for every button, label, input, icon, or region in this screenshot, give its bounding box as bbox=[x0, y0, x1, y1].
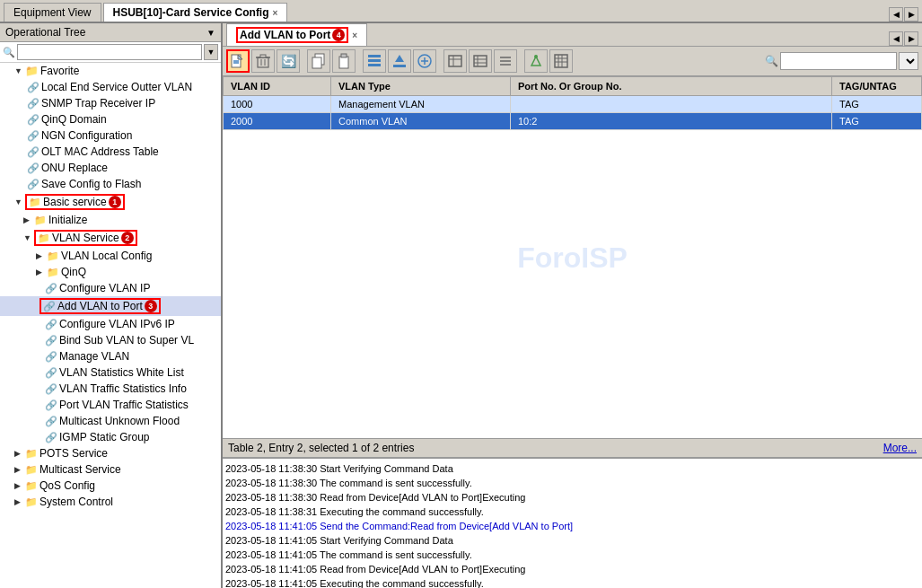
tree-item-vlan-traffic-stats[interactable]: 🔗 VLAN Traffic Statistics Info bbox=[0, 381, 221, 397]
tb-btn-4[interactable] bbox=[443, 49, 467, 73]
tree-item-label: Bind Sub VLAN to Super VL bbox=[59, 334, 194, 347]
log-line-5: 2023-05-18 11:41:05 Start Verifying Comm… bbox=[225, 533, 919, 548]
tree-item-port-vlan-traffic[interactable]: 🔗 Port VLAN Traffic Statistics bbox=[0, 397, 221, 413]
tree-item-label: POTS Service bbox=[40, 447, 108, 460]
svg-rect-4 bbox=[258, 57, 268, 67]
col-port-no: Port No. Or Group No. bbox=[511, 77, 832, 96]
status-bar: Table 2, Entry 2, selected 1 of 2 entrie… bbox=[223, 438, 922, 458]
tree-item-qos-config[interactable]: ▶ 📁 QoS Config bbox=[0, 478, 221, 494]
tree-item-label: Local End Service Outter VLAN bbox=[41, 81, 192, 93]
log-line-7: 2023-05-18 11:41:05 Read from Device[Add… bbox=[225, 562, 919, 576]
expand-icon[interactable]: ▼ bbox=[23, 233, 32, 242]
tab-nav-next[interactable]: ▶ bbox=[904, 7, 918, 22]
svg-rect-32 bbox=[555, 55, 567, 67]
tree-item-olt-mac[interactable]: 🔗 OLT MAC Address Table bbox=[0, 144, 221, 160]
tree-item-basic-service[interactable]: ▼ 📁 Basic service 1 bbox=[0, 192, 221, 212]
log-area: 2023-05-18 11:38:30 Start Verifying Comm… bbox=[223, 458, 922, 588]
refresh-button[interactable]: 🔄 bbox=[277, 49, 300, 73]
table-row[interactable]: 1000 Management VLAN TAG bbox=[224, 96, 922, 113]
export-button[interactable] bbox=[388, 49, 411, 73]
paste-button[interactable] bbox=[332, 49, 356, 73]
tab-nav-prev[interactable]: ◀ bbox=[889, 7, 903, 22]
tree-item-label: QinQ bbox=[61, 266, 86, 278]
new-button[interactable] bbox=[226, 49, 250, 73]
search-type-select[interactable] bbox=[899, 52, 918, 70]
search-icon: 🔍 bbox=[3, 47, 15, 58]
right-tab-add-vlan[interactable]: Add VLAN to Port 4 × bbox=[226, 23, 367, 46]
tree-search-input[interactable] bbox=[17, 44, 202, 60]
svg-rect-24 bbox=[474, 56, 487, 66]
tree-item-multicast-service[interactable]: ▶ 📁 Multicast Service bbox=[0, 461, 221, 478]
tree-item-vlan-service[interactable]: ▼ 📁 VLAN Service 2 bbox=[0, 228, 221, 248]
tree-item-igmp-static[interactable]: 🔗 IGMP Static Group bbox=[0, 429, 221, 445]
log-line-3: 2023-05-18 11:38:31 Executing the comman… bbox=[225, 505, 919, 519]
log-line-6: 2023-05-18 11:41:05 The command is sent … bbox=[225, 548, 919, 562]
expand-icon[interactable]: ▼ bbox=[14, 66, 23, 75]
link-icon: 🔗 bbox=[45, 383, 57, 395]
tree-item-favorite[interactable]: ▼ 📁 Favorite bbox=[0, 63, 221, 79]
tb-btn-6[interactable] bbox=[494, 49, 517, 73]
tree-item-label: Favorite bbox=[40, 65, 79, 77]
tree-item-label: VLAN Statistics White List bbox=[59, 366, 184, 379]
tree-item-label: Save Config to Flash bbox=[41, 178, 141, 190]
link-icon: 🔗 bbox=[27, 162, 40, 174]
tree-item-system-control[interactable]: ▶ 📁 System Control bbox=[0, 494, 221, 510]
tree-item-add-vlan-to-port[interactable]: 🔗 Add VLAN to Port 3 bbox=[0, 296, 221, 316]
link-icon: 🔗 bbox=[43, 301, 56, 312]
tree-item-local-end[interactable]: 🔗 Local End Service Outter VLAN bbox=[0, 79, 221, 95]
tree-item-onu-replace[interactable]: 🔗 ONU Replace bbox=[0, 160, 221, 176]
expand-icon[interactable]: ▶ bbox=[14, 465, 23, 474]
tree-item-vlan-local-config[interactable]: ▶ 📁 VLAN Local Config bbox=[0, 248, 221, 264]
status-text: Table 2, Entry 2, selected 1 of 2 entrie… bbox=[228, 442, 414, 454]
tree-item-ngn-config[interactable]: 🔗 NGN Configuration bbox=[0, 127, 221, 144]
tree-item-label: Initialize bbox=[48, 214, 87, 226]
table-container: ForoISP VLAN ID VLAN Type Port No. Or Gr… bbox=[223, 76, 922, 438]
expand-icon[interactable]: ▶ bbox=[14, 497, 23, 506]
tree-item-snmp-trap[interactable]: 🔗 SNMP Trap Receiver IP bbox=[0, 95, 221, 111]
tree-collapse-btn[interactable]: ▼ bbox=[206, 28, 215, 38]
expand-icon[interactable]: ▶ bbox=[14, 449, 23, 458]
right-tab-close[interactable]: × bbox=[352, 31, 357, 40]
table-row[interactable]: 2000 Common VLAN 10:2 TAG bbox=[224, 113, 922, 130]
expand-icon[interactable]: ▶ bbox=[36, 251, 45, 260]
expand-icon[interactable]: ▶ bbox=[14, 481, 23, 490]
tree-item-manage-vlan[interactable]: 🔗 Manage VLAN bbox=[0, 348, 221, 364]
tb-btn-7[interactable] bbox=[524, 49, 548, 73]
copy-button[interactable] bbox=[307, 49, 330, 73]
delete-button[interactable] bbox=[251, 49, 275, 73]
tree-item-configure-vlan-ip[interactable]: 🔗 Configure VLAN IP bbox=[0, 280, 221, 296]
link-icon: 🔗 bbox=[27, 114, 40, 126]
tab-equipment-view[interactable]: Equipment View bbox=[4, 3, 101, 22]
import-button[interactable] bbox=[363, 49, 386, 73]
tree-item-multicast-unknown[interactable]: 🔗 Multicast Unknown Flood bbox=[0, 413, 221, 429]
search-dropdown-btn[interactable]: ▼ bbox=[204, 44, 218, 60]
tree-item-initialize[interactable]: ▶ 📁 Initialize bbox=[0, 212, 221, 228]
tb-btn-8[interactable] bbox=[549, 49, 573, 73]
tree-item-save-config[interactable]: 🔗 Save Config to Flash bbox=[0, 176, 221, 192]
expand-icon[interactable]: ▼ bbox=[14, 197, 23, 206]
tree-item-label: OLT MAC Address Table bbox=[41, 145, 159, 158]
tree-item-bind-sub-vlan[interactable]: 🔗 Bind Sub VLAN to Super VL bbox=[0, 332, 221, 348]
tree-item-configure-vlan-ipv6[interactable]: 🔗 Configure VLAN IPv6 IP bbox=[0, 316, 221, 332]
svg-point-31 bbox=[534, 55, 538, 58]
tree-item-pots-service[interactable]: ▶ 📁 POTS Service bbox=[0, 445, 221, 461]
tab-card-service[interactable]: HSUB[10]-Card Service Config × bbox=[103, 3, 288, 22]
tree-item-label: Manage VLAN bbox=[59, 350, 129, 363]
tb-btn-5[interactable] bbox=[469, 49, 492, 73]
expand-icon[interactable]: ▶ bbox=[23, 215, 32, 224]
more-link[interactable]: More... bbox=[883, 442, 917, 454]
folder-icon: 📁 bbox=[25, 464, 38, 476]
log-line-8: 2023-05-18 11:41:05 Executing the comman… bbox=[225, 576, 919, 588]
tree-item-qinq-domain[interactable]: 🔗 QinQ Domain bbox=[0, 111, 221, 127]
tb-btn-3[interactable] bbox=[413, 49, 436, 73]
tree-item-vlan-stats-white[interactable]: 🔗 VLAN Statistics White List bbox=[0, 364, 221, 381]
right-tab-nav-prev[interactable]: ◀ bbox=[889, 31, 903, 46]
expand-icon[interactable]: ▶ bbox=[36, 268, 45, 276]
badge-2: 2 bbox=[121, 232, 134, 244]
toolbar: 🔄 bbox=[223, 47, 922, 76]
table-search-input[interactable] bbox=[780, 52, 897, 70]
tree-item-qinq[interactable]: ▶ 📁 QinQ bbox=[0, 264, 221, 280]
right-tab-nav-next[interactable]: ▶ bbox=[904, 31, 918, 46]
log-line-0: 2023-05-18 11:38:30 Start Verifying Comm… bbox=[225, 461, 919, 476]
tab-card-service-close[interactable]: × bbox=[273, 8, 278, 18]
